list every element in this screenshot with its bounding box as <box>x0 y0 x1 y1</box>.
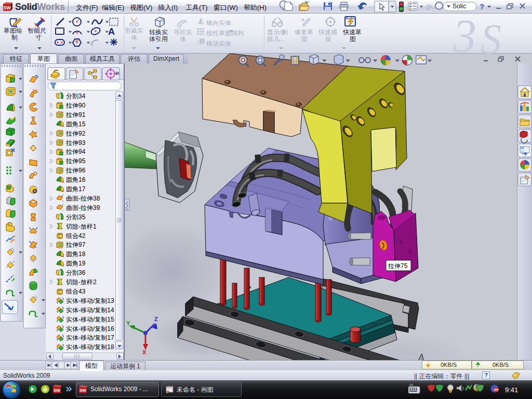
svg-text:CH: CH <box>409 383 414 387</box>
svg-text:SW: SW <box>79 388 86 393</box>
svg-text:Z: Z <box>154 316 158 322</box>
svg-text:拉伸93: 拉伸93 <box>65 139 86 147</box>
svg-text:+: + <box>301 17 304 23</box>
svg-text:分割35: 分割35 <box>66 214 86 221</box>
svg-text:拉伸95: 拉伸95 <box>65 157 86 165</box>
svg-text:Solic: Solic <box>453 3 466 10</box>
svg-text:曲面-拉伸39: 曲面-拉伸39 <box>66 204 100 211</box>
svg-text:圆角19: 圆角19 <box>66 260 86 267</box>
svg-text:拉伸90: 拉伸90 <box>65 102 86 109</box>
svg-text:切除-放样1: 切除-放样1 <box>65 223 97 230</box>
svg-text:拉伸94: 拉伸94 <box>65 148 86 155</box>
svg-text:拉伸75: 拉伸75 <box>388 262 408 270</box>
svg-text:SW: SW <box>54 388 60 393</box>
svg-text:拉伸97: 拉伸97 <box>65 241 86 248</box>
svg-text:分割36: 分割36 <box>66 269 86 276</box>
svg-text:圆角16: 圆角16 <box>66 176 86 183</box>
svg-text:分割34: 分割34 <box>66 92 86 100</box>
svg-text:圆角17: 圆角17 <box>66 185 86 193</box>
svg-text:切除-放样2: 切除-放样2 <box>65 278 97 286</box>
svg-text:实体-移动/复制14: 实体-移动/复制14 <box>66 307 114 314</box>
svg-text:圆角18: 圆角18 <box>66 250 86 258</box>
svg-text:Y: Y <box>126 320 130 326</box>
svg-text:圆角15: 圆角15 <box>66 121 86 128</box>
svg-text:实体-移动/复制15: 实体-移动/复制15 <box>66 316 114 323</box>
svg-text:少..: 少.. <box>425 3 435 10</box>
svg-text:拉伸96: 拉伸96 <box>65 167 86 174</box>
svg-text:拉伸92: 拉伸92 <box>65 130 86 137</box>
svg-text:?: ? <box>480 2 484 11</box>
svg-text:组合43: 组合43 <box>65 288 86 295</box>
svg-text:实体-移动/复制16: 实体-移动/复制16 <box>66 325 114 332</box>
svg-text:拉伸91: 拉伸91 <box>65 111 86 118</box>
svg-text:组合42: 组合42 <box>65 232 86 240</box>
svg-text:X: X <box>142 349 147 355</box>
svg-text:实体-移动/复制17: 实体-移动/复制17 <box>66 334 114 341</box>
svg-text:曲面-拉伸38: 曲面-拉伸38 <box>66 195 100 202</box>
svg-text:实体-移动/复制18: 实体-移动/复制18 <box>66 343 114 351</box>
svg-text:SW: SW <box>4 5 11 10</box>
svg-text:实体-移动/复制13: 实体-移动/复制13 <box>66 297 114 304</box>
